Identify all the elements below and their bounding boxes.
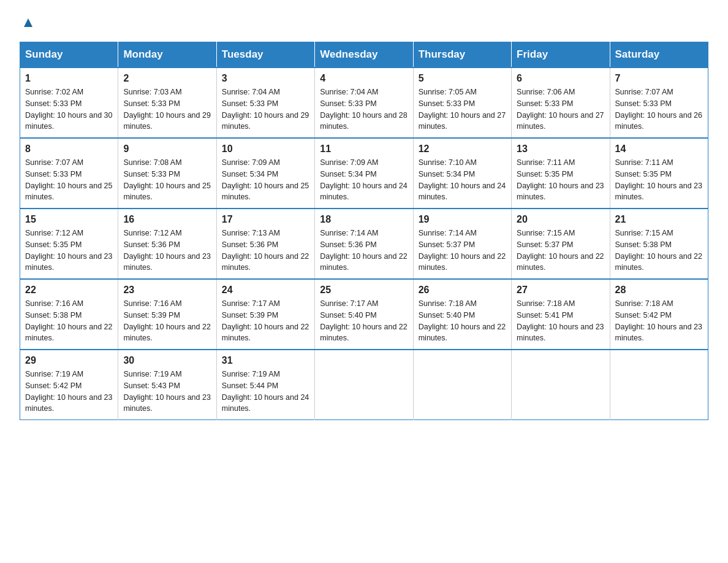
weekday-header-monday: Monday [118,42,216,68]
week-row-3: 15Sunrise: 7:12 AMSunset: 5:35 PMDayligh… [20,209,708,279]
day-number: 7 [615,73,703,84]
day-number: 20 [517,214,604,225]
day-number: 10 [222,144,309,155]
day-info: Sunrise: 7:16 AMSunset: 5:38 PMDaylight:… [25,299,112,342]
day-info: Sunrise: 7:07 AMSunset: 5:33 PMDaylight:… [25,158,112,201]
empty-cell [610,350,708,420]
day-number: 21 [615,214,703,225]
day-info: Sunrise: 7:19 AMSunset: 5:42 PMDaylight:… [25,370,112,413]
day-number: 8 [25,144,113,155]
day-cell-10: 10Sunrise: 7:09 AMSunset: 5:34 PMDayligh… [216,138,314,209]
day-info: Sunrise: 7:18 AMSunset: 5:41 PMDaylight:… [517,299,604,342]
day-cell-2: 2Sunrise: 7:03 AMSunset: 5:33 PMDaylight… [118,67,216,138]
week-row-2: 8Sunrise: 7:07 AMSunset: 5:33 PMDaylight… [20,138,708,209]
day-cell-1: 1Sunrise: 7:02 AMSunset: 5:33 PMDaylight… [20,67,118,138]
day-number: 24 [222,285,309,296]
day-cell-12: 12Sunrise: 7:10 AMSunset: 5:34 PMDayligh… [413,138,511,209]
day-info: Sunrise: 7:19 AMSunset: 5:44 PMDaylight:… [222,370,309,413]
empty-cell [512,350,610,420]
day-number: 14 [615,144,703,155]
logo-icon [21,16,35,29]
day-info: Sunrise: 7:13 AMSunset: 5:36 PMDaylight:… [222,229,309,272]
day-cell-4: 4Sunrise: 7:04 AMSunset: 5:33 PMDaylight… [315,67,413,138]
day-info: Sunrise: 7:02 AMSunset: 5:33 PMDaylight:… [25,88,112,131]
day-cell-29: 29Sunrise: 7:19 AMSunset: 5:42 PMDayligh… [20,350,118,420]
day-info: Sunrise: 7:11 AMSunset: 5:35 PMDaylight:… [615,158,702,201]
day-info: Sunrise: 7:09 AMSunset: 5:34 PMDaylight:… [222,158,309,201]
day-info: Sunrise: 7:11 AMSunset: 5:35 PMDaylight:… [517,158,604,201]
day-cell-25: 25Sunrise: 7:17 AMSunset: 5:40 PMDayligh… [315,279,413,350]
day-cell-8: 8Sunrise: 7:07 AMSunset: 5:33 PMDaylight… [20,138,118,209]
day-number: 19 [419,214,506,225]
weekday-header-row: SundayMondayTuesdayWednesdayThursdayFrid… [20,42,708,68]
day-number: 22 [25,285,113,296]
day-number: 3 [222,73,309,84]
day-cell-3: 3Sunrise: 7:04 AMSunset: 5:33 PMDaylight… [216,67,314,138]
day-number: 9 [123,144,211,155]
day-number: 16 [123,214,211,225]
day-info: Sunrise: 7:07 AMSunset: 5:33 PMDaylight:… [615,88,702,131]
day-number: 4 [320,73,408,84]
day-number: 13 [517,144,604,155]
day-number: 28 [615,285,703,296]
empty-cell [413,350,511,420]
day-info: Sunrise: 7:17 AMSunset: 5:40 PMDaylight:… [320,299,407,342]
week-row-5: 29Sunrise: 7:19 AMSunset: 5:42 PMDayligh… [20,350,708,420]
day-cell-11: 11Sunrise: 7:09 AMSunset: 5:34 PMDayligh… [315,138,413,209]
weekday-header-friday: Friday [512,42,610,68]
day-cell-6: 6Sunrise: 7:06 AMSunset: 5:33 PMDaylight… [512,67,610,138]
day-info: Sunrise: 7:14 AMSunset: 5:36 PMDaylight:… [320,229,407,272]
logo [20,15,35,29]
day-info: Sunrise: 7:17 AMSunset: 5:39 PMDaylight:… [222,299,309,342]
day-cell-14: 14Sunrise: 7:11 AMSunset: 5:35 PMDayligh… [610,138,708,209]
day-cell-17: 17Sunrise: 7:13 AMSunset: 5:36 PMDayligh… [216,209,314,279]
weekday-header-tuesday: Tuesday [216,42,314,68]
week-row-1: 1Sunrise: 7:02 AMSunset: 5:33 PMDaylight… [20,67,708,138]
day-cell-19: 19Sunrise: 7:14 AMSunset: 5:37 PMDayligh… [413,209,511,279]
day-info: Sunrise: 7:15 AMSunset: 5:37 PMDaylight:… [517,229,604,272]
day-number: 2 [123,73,211,84]
svg-marker-0 [24,18,32,27]
day-cell-16: 16Sunrise: 7:12 AMSunset: 5:36 PMDayligh… [118,209,216,279]
weekday-header-thursday: Thursday [413,42,511,68]
day-number: 18 [320,214,408,225]
day-info: Sunrise: 7:18 AMSunset: 5:42 PMDaylight:… [615,299,702,342]
day-info: Sunrise: 7:18 AMSunset: 5:40 PMDaylight:… [419,299,506,342]
day-number: 5 [419,73,506,84]
weekday-header-saturday: Saturday [610,42,708,68]
day-number: 12 [419,144,506,155]
day-info: Sunrise: 7:14 AMSunset: 5:37 PMDaylight:… [419,229,506,272]
day-info: Sunrise: 7:15 AMSunset: 5:38 PMDaylight:… [615,229,702,272]
day-cell-7: 7Sunrise: 7:07 AMSunset: 5:33 PMDaylight… [610,67,708,138]
empty-cell [315,350,413,420]
day-number: 27 [517,285,604,296]
day-number: 1 [25,73,113,84]
day-cell-20: 20Sunrise: 7:15 AMSunset: 5:37 PMDayligh… [512,209,610,279]
day-info: Sunrise: 7:09 AMSunset: 5:34 PMDaylight:… [320,158,407,201]
day-cell-23: 23Sunrise: 7:16 AMSunset: 5:39 PMDayligh… [118,279,216,350]
day-cell-31: 31Sunrise: 7:19 AMSunset: 5:44 PMDayligh… [216,350,314,420]
day-info: Sunrise: 7:12 AMSunset: 5:35 PMDaylight:… [25,229,112,272]
day-info: Sunrise: 7:04 AMSunset: 5:33 PMDaylight:… [222,88,309,131]
day-cell-28: 28Sunrise: 7:18 AMSunset: 5:42 PMDayligh… [610,279,708,350]
day-number: 15 [25,214,113,225]
day-cell-18: 18Sunrise: 7:14 AMSunset: 5:36 PMDayligh… [315,209,413,279]
day-number: 6 [517,73,604,84]
day-cell-9: 9Sunrise: 7:08 AMSunset: 5:33 PMDaylight… [118,138,216,209]
day-cell-24: 24Sunrise: 7:17 AMSunset: 5:39 PMDayligh… [216,279,314,350]
page-header [20,15,708,29]
day-cell-21: 21Sunrise: 7:15 AMSunset: 5:38 PMDayligh… [610,209,708,279]
day-number: 11 [320,144,408,155]
day-cell-22: 22Sunrise: 7:16 AMSunset: 5:38 PMDayligh… [20,279,118,350]
day-number: 31 [222,355,309,366]
day-info: Sunrise: 7:10 AMSunset: 5:34 PMDaylight:… [419,158,506,201]
day-number: 30 [123,355,211,366]
day-cell-30: 30Sunrise: 7:19 AMSunset: 5:43 PMDayligh… [118,350,216,420]
day-number: 23 [123,285,211,296]
day-cell-13: 13Sunrise: 7:11 AMSunset: 5:35 PMDayligh… [512,138,610,209]
day-number: 25 [320,285,408,296]
weekday-header-sunday: Sunday [20,42,118,68]
day-cell-5: 5Sunrise: 7:05 AMSunset: 5:33 PMDaylight… [413,67,511,138]
day-info: Sunrise: 7:12 AMSunset: 5:36 PMDaylight:… [123,229,210,272]
day-number: 26 [419,285,506,296]
